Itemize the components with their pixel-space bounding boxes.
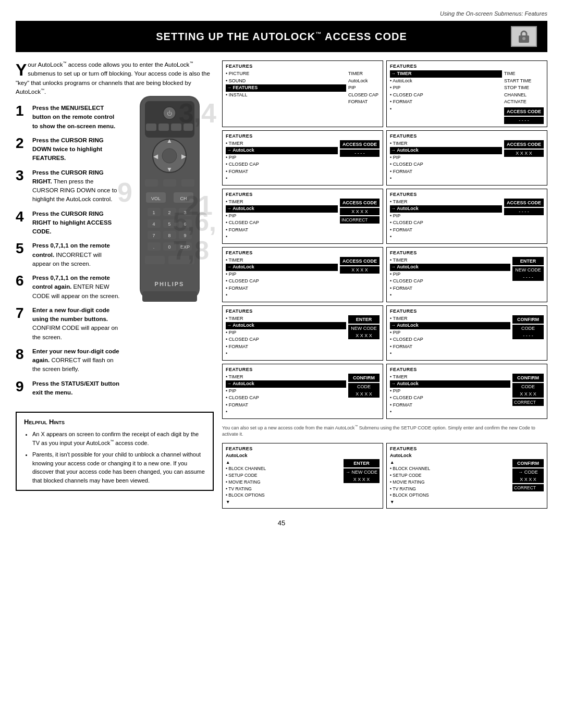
- screen-panel-3b: FEATURES • TIMER → AutoLock • PIP • CLOS…: [386, 189, 547, 244]
- panel-3b-left: • TIMER → AutoLock • PIP • CLOSED CAP • …: [390, 199, 502, 241]
- access-code-label: CONFIRM: [348, 374, 380, 382]
- panel-4b-content: • TIMER → AutoLock • PIP • CLOSED CAP • …: [390, 257, 544, 299]
- menu-item: • CLOSED CAP: [226, 219, 338, 227]
- panel-6b-right: CONFIRM CODE X X X X CORRECT: [512, 374, 544, 406]
- menu-item: • FORMAT: [390, 402, 510, 409]
- step-4: 4 Press the CURSOR RING RIGHT to highlig…: [16, 209, 120, 237]
- screen-panel-1b: FEATURES → TIMER • AutoLock • PIP • CLOS…: [386, 60, 547, 127]
- access-code-label: ACCESS CODE: [504, 140, 544, 149]
- menu-item-selected: → AutoLock: [226, 205, 338, 213]
- steps-column: 1 Press the MENU/SELECT button on the re…: [16, 104, 120, 402]
- access-code-val: CODE: [512, 383, 544, 390]
- step-5-number: 5: [16, 241, 27, 256]
- panel-6a-left: • TIMER → AutoLock • PIP • CLOSED CAP • …: [226, 374, 346, 416]
- left-column: Your AutoLock™ access code allows you to…: [16, 60, 214, 509]
- menu-item: • TV RATING: [226, 486, 341, 492]
- menu-item: •: [226, 350, 346, 357]
- panel-5b-left: • TIMER → AutoLock • PIP • CLOSED CAP • …: [390, 315, 510, 357]
- panel-4a-title: FEATURES: [226, 250, 380, 255]
- svg-point-13: [162, 149, 177, 163]
- menu-item-selected: → AutoLock: [390, 147, 502, 154]
- menu-item: • FORMAT: [390, 285, 510, 292]
- access-code-val: NEW CODE: [512, 266, 544, 274]
- step-6-number: 6: [16, 274, 27, 288]
- svg-text:1: 1: [152, 210, 155, 215]
- step-2-text: Press the CURSOR RING DOWN twice to high…: [32, 136, 120, 163]
- panel-6a-title: FEATURES: [226, 367, 380, 372]
- menu-item: • SOUND: [226, 78, 346, 85]
- screen-panel-2b: FEATURES • TIMER → AutoLock • PIP • CLOS…: [386, 130, 547, 186]
- screens-row-4: FEATURES • TIMER → AutoLock • PIP • CLOS…: [222, 247, 547, 302]
- menu-item-selected: → FEATURES: [226, 84, 346, 92]
- menu-item: • PIP: [390, 329, 510, 337]
- svg-text:7: 7: [152, 233, 155, 238]
- panel-bb-right: CONFIRM → CODE X X X X CORRECT: [512, 459, 544, 491]
- screen-panel-bottom-b: FEATURES AutoLock ▲ • BLOCK CHANNEL • SE…: [386, 443, 547, 509]
- svg-point-2: [522, 37, 525, 40]
- menu-item-selected: → AutoLock: [390, 322, 510, 329]
- menu-item: • TIMER: [226, 315, 346, 323]
- access-code-val: - - - -: [340, 150, 380, 157]
- screen-panel-1a: FEATURES • PICTURE • SOUND → FEATURES • …: [222, 60, 383, 127]
- screen-panel-6b: FEATURES • TIMER → AutoLock • PIP • CLOS…: [386, 364, 547, 419]
- access-code-label: ACCESS CODE: [340, 140, 380, 149]
- svg-rect-19: [163, 179, 176, 187]
- overlay-number-1: 1: [198, 190, 213, 221]
- menu-item: • FORMAT: [226, 168, 338, 176]
- access-code-label: CONFIRM: [512, 315, 544, 324]
- step-2: 2 Press the CURSOR RING DOWN twice to hi…: [16, 136, 120, 163]
- menu-item: • CLOSED CAP: [390, 92, 502, 99]
- menu-item: • PIP: [226, 154, 338, 162]
- access-code-label: ENTER: [348, 315, 380, 324]
- access-code-section: ACCESS CODE - - - -: [504, 107, 544, 124]
- menu-item: ▲: [390, 459, 510, 466]
- svg-text:.: .: [153, 244, 154, 250]
- menu-item-selected: → AutoLock: [226, 380, 346, 388]
- menu-item: ▲: [226, 459, 341, 466]
- menu-item-selected: → AutoLock: [390, 205, 502, 213]
- hints-list: An X appears on screen to confirm the re…: [24, 430, 205, 485]
- panel-2a-title: FEATURES: [226, 133, 380, 139]
- menu-item-selected: → AutoLock: [390, 380, 510, 388]
- menu-item: • TIMER: [226, 374, 346, 381]
- panel-5b-content: • TIMER → AutoLock • PIP • CLOSED CAP • …: [390, 315, 544, 357]
- access-code-val: X X X X: [504, 150, 544, 157]
- menu-item: • PIP: [226, 388, 346, 395]
- menu-item: •: [390, 350, 510, 357]
- screens-bottom-row: FEATURES AutoLock ▲ • BLOCK CHANNEL • SE…: [222, 443, 547, 509]
- panel-ba-title: FEATURES: [226, 446, 380, 451]
- svg-rect-20: [181, 179, 194, 187]
- svg-text:2: 2: [168, 210, 170, 215]
- menu-item: • PIP: [390, 213, 502, 220]
- panel-6a-content: • TIMER → AutoLock • PIP • CLOSED CAP • …: [226, 374, 380, 416]
- menu-item: •: [390, 292, 510, 299]
- correct-label-2: CORRECT: [512, 484, 544, 491]
- main-content: Your AutoLock™ access code allows you to…: [16, 60, 547, 509]
- menu-item: ▼: [390, 499, 510, 505]
- svg-text:5: 5: [168, 221, 170, 227]
- menu-item: • TIMER: [226, 199, 338, 206]
- panel-4a-left: • TIMER → AutoLock • PIP • CLOSED CAP • …: [226, 257, 338, 299]
- step-1-text: Press the MENU/SELECT button on the remo…: [32, 104, 120, 131]
- menu-item: •: [390, 409, 510, 416]
- panel-6b-left: • TIMER → AutoLock • PIP • CLOSED CAP • …: [390, 374, 510, 416]
- step-8: 8 Enter your new four-digit code again. …: [16, 347, 120, 374]
- lock-icon: [515, 28, 533, 45]
- menu-item-selected: → TIMER: [390, 70, 502, 78]
- menu-item: •: [226, 233, 338, 241]
- menu-item-selected: → AutoLock: [226, 147, 338, 154]
- panel-5a-content: • TIMER → AutoLock • PIP • CLOSED CAP • …: [226, 315, 380, 357]
- step-6-text: Press 0,7,1,1 on the remote control agai…: [32, 274, 120, 301]
- menu-item: ▼: [226, 499, 341, 505]
- screens-row-5: FEATURES • TIMER → AutoLock • PIP • CLOS…: [222, 305, 547, 361]
- menu-item: • AutoLock: [390, 78, 502, 85]
- step-8-number: 8: [16, 347, 27, 362]
- header-text: Using the On-screen Submenus: Features: [440, 10, 547, 17]
- panel-4b-title: FEATURES: [390, 250, 544, 255]
- menu-item: • CLOSED CAP: [226, 278, 338, 285]
- panel-3b-right: ACCESS CODE - - - -: [504, 199, 544, 215]
- right-menu: TIMESTART TIMESTOP TIMECHANNELACTIVATE: [504, 70, 544, 106]
- top-header: Using the On-screen Submenus: Features: [16, 10, 547, 17]
- menu-item: • TIMER: [390, 315, 510, 323]
- svg-rect-9: [158, 124, 169, 131]
